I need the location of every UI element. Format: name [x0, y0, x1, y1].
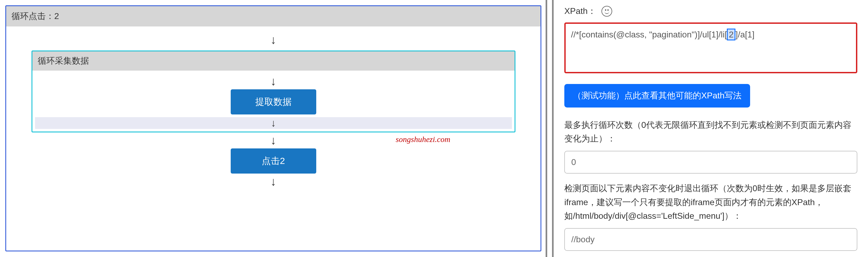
xpath-input[interactable]: //*[contains(@class, "pagination")]/ul[1… — [564, 23, 857, 73]
arrow-down-icon: ↓ — [271, 135, 276, 146]
extract-data-button[interactable]: 提取数据 — [231, 89, 316, 114]
arrow-down-icon: ↓ — [271, 176, 276, 188]
detect-element-label: 检测页面以下元素内容不变化时退出循环（次数为0时生效，如果是多层嵌套iframe… — [564, 181, 857, 223]
workflow-canvas: 循环点击：2 ↓ 循环采集数据 ↓ 提取数据 songshuhezi.com ↓… — [0, 0, 547, 257]
arrow-down-icon: ↓ — [271, 34, 276, 46]
watermark-text: songshuhezi.com — [396, 135, 450, 144]
smiley-icon[interactable] — [601, 6, 612, 17]
xpath-label-row: XPath： — [564, 5, 857, 17]
xpath-label: XPath： — [564, 5, 596, 17]
xpath-highlight-index[interactable]: 2 — [727, 29, 735, 40]
loop-click-container[interactable]: 循环点击：2 ↓ 循环采集数据 ↓ 提取数据 songshuhezi.com ↓… — [5, 5, 541, 251]
outer-loop-header: 循环点击：2 — [6, 6, 540, 26]
xpath-text-prefix: //*[contains(@class, "pagination")]/ul[1… — [571, 30, 727, 39]
inner-flow: ↓ 提取数据 songshuhezi.com ↓ — [32, 70, 515, 132]
loop-collect-container[interactable]: 循环采集数据 ↓ 提取数据 songshuhezi.com ↓ — [32, 51, 516, 132]
max-loop-label: 最多执行循环次数（0代表无限循环直到找不到元素或检测不到页面元素内容变化为止）： — [564, 118, 857, 145]
properties-panel: XPath： //*[contains(@class, "pagination"… — [552, 0, 868, 257]
test-xpath-button[interactable]: （测试功能）点此查看其他可能的XPath写法 — [564, 84, 750, 108]
inner-loop-header: 循环采集数据 — [32, 51, 515, 70]
detect-element-input[interactable] — [564, 228, 857, 251]
inner-bottom-bar: ↓ — [35, 117, 512, 129]
max-loop-input[interactable] — [564, 151, 857, 174]
outer-flow: ↓ 循环采集数据 ↓ 提取数据 songshuhezi.com ↓ ↓ 点击2 … — [6, 26, 540, 195]
xpath-text-suffix: ]/a[1] — [735, 30, 754, 39]
arrow-down-icon: ↓ — [271, 118, 276, 128]
click-2-button[interactable]: 点击2 — [231, 148, 316, 174]
arrow-down-icon: ↓ — [271, 76, 276, 87]
